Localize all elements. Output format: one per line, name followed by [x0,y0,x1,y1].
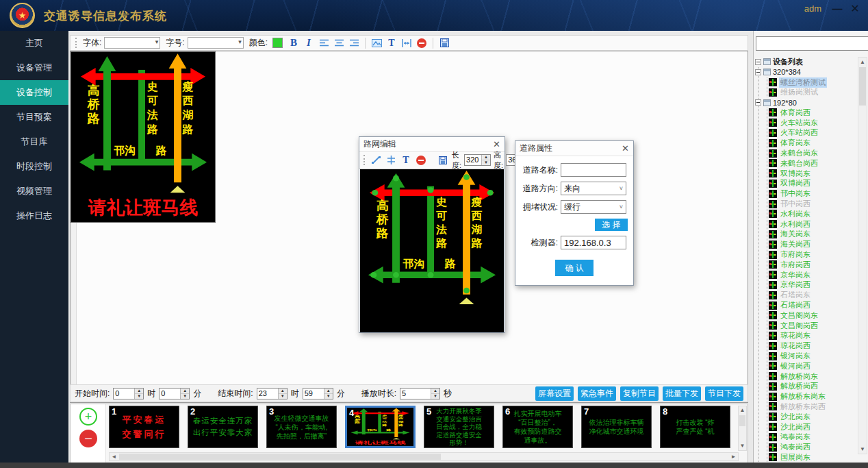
confirm-button[interactable]: 确 认 [555,260,593,276]
playlist-item-2[interactable]: 2春运安全连万家出行平安靠大家 [188,406,258,448]
scroll-left-icon[interactable]: ◄ [110,453,118,460]
expander-icon[interactable] [755,99,761,106]
remove-icon[interactable] [416,37,428,49]
duration-stepper[interactable]: 5▲▼ [400,388,440,399]
playlist-item-7[interactable]: 7依法治理非标车辆 净化城市交通环境 [581,406,652,448]
road-direction-select[interactable]: 来向˅ [561,182,626,195]
playlist-vscrollbar[interactable]: ▲ ▼ [738,406,747,451]
device-item-市府岗东[interactable]: 市府岗东 [763,249,858,260]
editor-dialog-titlebar[interactable]: 路网编辑 ✕ [359,137,505,152]
start-minute-stepper[interactable]: 0▲▼ [159,388,190,399]
sidebar-item-节目预案[interactable]: 节目预案 [0,105,68,130]
device-item-水利岗东[interactable]: 水利岗东 [763,209,858,219]
device-item-琼花岗西[interactable]: 琼花岗西 [763,341,858,351]
device-item-京华岗东[interactable]: 京华岗东 [763,270,858,280]
playlist-item-1[interactable]: 1平安春运交警同行 [109,406,179,448]
playlist-item-6[interactable]: 6扎实开展电动车“百日整治”，有效预防道路交通事故。 [502,406,573,448]
device-item-双博岗东[interactable]: 双博岗东 [763,169,858,179]
sidebar-item-节目库[interactable]: 节目库 [0,130,68,154]
italic-icon[interactable]: I [303,37,315,49]
device-item-解放桥岗东[interactable]: 解放桥岗东 [763,371,858,382]
playlist-item-8[interactable]: 8打击改装 “炸 严查严处 “机 [660,406,730,448]
device-item-文昌阁岗东[interactable]: 文昌阁岗东 [763,310,858,321]
scroll-up-icon[interactable]: ▲ [739,406,746,415]
scroll-right-icon[interactable]: ► [729,453,738,460]
toolbar-grip[interactable] [75,38,78,48]
action-button-批量下发[interactable]: 批量下发 [663,386,701,401]
device-item-京华岗西[interactable]: 京华岗西 [763,280,858,291]
align-left-icon[interactable] [318,37,330,49]
action-button-节目下发[interactable]: 节目下发 [705,386,743,401]
end-minute-stepper[interactable]: 59▲▼ [303,388,333,399]
device-item-海关岗西[interactable]: 海关岗西 [763,239,858,249]
device-item-来鹤台岗西[interactable]: 来鹤台岗西 [763,158,858,169]
add-program-button[interactable]: + [79,408,97,426]
end-hour-stepper[interactable]: 23▲▼ [257,388,288,399]
device-item-螺丝湾桥测试[interactable]: 螺丝湾桥测试 [763,77,858,88]
device-item-火车站岗东[interactable]: 火车站岗东 [763,118,858,128]
sidebar-item-设备控制[interactable]: 设备控制 [0,80,68,105]
device-search-input[interactable] [756,36,868,51]
device-item-鸿泰岗东[interactable]: 鸿泰岗东 [763,432,858,442]
tree-group-192*80[interactable]: 192*80 [755,97,858,108]
device-item-鸿泰岗西[interactable]: 鸿泰岗西 [763,442,858,452]
distribute-icon[interactable] [385,154,397,167]
device-item-火车站岗西[interactable]: 火车站岗西 [763,128,858,138]
sidebar-item-时段控制[interactable]: 时段控制 [0,154,68,179]
playlist-item-5[interactable]: 5大力开展秋冬季交通安全整治百日会战，全力稳定道路交通安全形势！ [424,406,494,448]
tree-group-320*384[interactable]: 320*384 [755,67,858,77]
expander-icon[interactable] [755,69,761,75]
save-icon[interactable] [438,37,450,49]
sidebar-item-设备管理[interactable]: 设备管理 [0,56,68,80]
action-button-复制节目[interactable]: 复制节目 [620,386,659,401]
minimize-button[interactable]: — [830,1,845,15]
device-item-银河岗西[interactable]: 银河岗西 [763,361,858,371]
detector-input[interactable]: 192.168.0.3 [561,236,626,249]
editor-close-icon[interactable]: ✕ [493,139,500,149]
tree-root[interactable]: 设备列表 [755,57,858,67]
align-center-icon[interactable] [333,37,345,49]
image-icon[interactable] [370,37,383,49]
device-item-国展岗东[interactable]: 国展岗东 [763,452,858,463]
device-item-琼花岗东[interactable]: 琼花岗东 [763,331,858,341]
editor-text-icon[interactable]: T [400,154,412,167]
device-item-银河岗东[interactable]: 银河岗东 [763,351,858,361]
device-item-海关岗东[interactable]: 海关岗东 [763,230,858,240]
device-item-维扬岗测试[interactable]: 维扬岗测试 [763,87,858,97]
editor-toolbar-grip[interactable] [363,155,365,165]
road-name-input[interactable] [561,163,626,177]
draw-line-icon[interactable] [370,154,382,167]
props-close-icon[interactable]: ✕ [622,143,629,153]
scroll-up-icon[interactable]: ▲ [858,58,867,66]
device-item-体育岗西[interactable]: 体育岗西 [763,108,858,118]
align-right-icon[interactable] [348,37,360,49]
props-dialog-titlebar[interactable]: 道路属性 ✕ [515,141,633,156]
device-item-邗中岗东[interactable]: 邗中岗东 [763,188,858,199]
device-item-体育岗东[interactable]: 体育岗东 [763,138,858,148]
device-item-沙北岗西[interactable]: 沙北岗西 [763,422,858,432]
device-item-市府岗西[interactable]: 市府岗西 [763,260,858,270]
device-item-邗中岗西[interactable]: 邗中岗西 [763,199,858,209]
device-item-解放桥岗西[interactable]: 解放桥岗西 [763,382,858,392]
expander-icon[interactable] [755,59,761,65]
remove-program-button[interactable]: − [79,430,97,447]
scrollbar-thumb[interactable] [739,415,745,426]
device-item-石塔岗西[interactable]: 石塔岗西 [763,300,858,310]
scrollbar-thumb[interactable] [859,67,866,106]
scroll-down-icon[interactable]: ▼ [739,442,746,450]
device-item-石塔岗东[interactable]: 石塔岗东 [763,290,858,300]
action-button-屏幕设置[interactable]: 屏幕设置 [535,386,574,401]
tree-vscrollbar[interactable]: ▲ ▼ [858,57,867,454]
congestion-select[interactable]: 缓行˅ [561,200,626,214]
sidebar-item-主页[interactable]: 主页 [0,31,68,56]
sidebar-item-操作日志[interactable]: 操作日志 [0,204,68,228]
device-item-双博岗西[interactable]: 双博岗西 [763,179,858,189]
scroll-down-icon[interactable]: ▼ [858,445,867,454]
device-item-来鹤台岗东[interactable]: 来鹤台岗东 [763,148,858,158]
length-stepper[interactable]: 320▲▼ [464,154,491,166]
sign-preview[interactable]: 高桥路史可法路瘦西湖路邗沟路请礼让斑马线 [71,51,216,223]
editor-canvas[interactable]: 高桥路史可法路瘦西湖路邗沟路 [360,169,504,332]
playlist-item-4[interactable]: 4高桥路史可法路瘦西湖路邗沟路请礼让斑马线 [345,406,416,448]
sidebar-item-视频管理[interactable]: 视频管理 [0,179,68,204]
close-button[interactable]: ✕ [847,1,863,15]
